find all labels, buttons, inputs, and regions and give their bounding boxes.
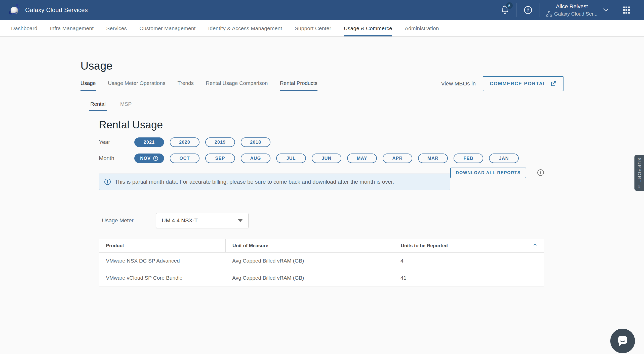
month-chip-sep[interactable]: SEP bbox=[205, 154, 235, 163]
cell-product: VMware vCloud SP Core Bundle bbox=[99, 275, 225, 281]
nav-tab-customer-management[interactable]: Customer Management bbox=[139, 20, 195, 36]
page-title: Usage bbox=[80, 60, 644, 72]
app-header: Galaxy Cloud Services 5 ? bbox=[0, 0, 644, 20]
table-row[interactable]: VMware NSX DC SP Advanced Avg Capped Bil… bbox=[99, 252, 544, 269]
external-link-icon bbox=[550, 81, 556, 87]
cell-product: VMware NSX DC SP Advanced bbox=[99, 258, 225, 264]
page-content: Usage Usage Usage Meter Operations Trend… bbox=[0, 60, 644, 286]
year-chip-2021[interactable]: 2021 bbox=[134, 137, 164, 147]
grid-apps-icon bbox=[622, 6, 630, 14]
download-info-icon[interactable] bbox=[537, 169, 544, 176]
main-nav: Dashboard Infra Management Services Cust… bbox=[0, 20, 644, 37]
view-mbos-label: View MBOs in bbox=[441, 80, 476, 87]
year-chip-2018[interactable]: 2018 bbox=[241, 137, 270, 147]
chevron-down-icon bbox=[603, 8, 609, 12]
download-all-reports-button[interactable]: DOWNLOAD ALL REPORTS bbox=[450, 168, 526, 178]
month-chip-may[interactable]: MAY bbox=[347, 154, 377, 163]
nav-tab-usage-commerce[interactable]: Usage & Commerce bbox=[344, 20, 392, 36]
notifications-button[interactable]: 5 bbox=[494, 5, 516, 15]
clock-icon bbox=[153, 156, 158, 161]
usage-subtabs: Usage Usage Meter Operations Trends Rent… bbox=[80, 80, 564, 91]
usage-meter-select[interactable]: UM 4.4 NSX-T bbox=[156, 213, 249, 228]
org-hierarchy-icon bbox=[546, 11, 552, 17]
month-chip-jan[interactable]: JAN bbox=[489, 154, 519, 163]
tab-rental[interactable]: Rental bbox=[89, 101, 107, 111]
month-label: Month bbox=[99, 155, 134, 162]
sort-ascending-icon bbox=[533, 243, 537, 248]
year-chip-2020[interactable]: 2020 bbox=[170, 137, 199, 147]
commerce-portal-label: COMMERCE PORTAL bbox=[490, 81, 546, 86]
month-chip-jul[interactable]: JUL bbox=[276, 154, 306, 163]
column-header-product[interactable]: Product bbox=[99, 239, 225, 252]
user-info: Alice Reivest Galaxy Cloud Ser... bbox=[546, 3, 597, 17]
table-row[interactable]: VMware vCloud SP Core Bundle Avg Capped … bbox=[99, 269, 544, 286]
subtab-rental-usage-comparison[interactable]: Rental Usage Comparison bbox=[206, 80, 268, 91]
column-header-units-label: Units to be Reported bbox=[401, 243, 448, 248]
month-chip-aug[interactable]: AUG bbox=[241, 154, 270, 163]
cell-units-to-be-reported: 41 bbox=[394, 275, 544, 281]
rental-msp-tabs: Rental MSP bbox=[89, 101, 544, 111]
subtab-usage[interactable]: Usage bbox=[80, 80, 96, 91]
nav-tab-services[interactable]: Services bbox=[106, 20, 127, 36]
notification-count-badge: 5 bbox=[506, 2, 513, 9]
year-chip-2019[interactable]: 2019 bbox=[205, 137, 235, 147]
chat-bubble-icon bbox=[616, 334, 630, 348]
dropdown-caret-icon bbox=[238, 219, 243, 222]
view-mbos-area: View MBOs in COMMERCE PORTAL bbox=[441, 76, 564, 91]
subtab-trends[interactable]: Trends bbox=[177, 80, 194, 91]
nav-tab-identity-access-management[interactable]: Identity & Access Management bbox=[208, 20, 282, 36]
month-filter-row: Month NOV OCT SEP AUG JUL JUN MAY APR MA… bbox=[99, 154, 644, 163]
svg-text:?: ? bbox=[527, 8, 529, 13]
rental-usage-table: Product Unit of Measure Units to be Repo… bbox=[99, 239, 544, 286]
user-menu[interactable]: Alice Reivest Galaxy Cloud Ser... bbox=[540, 3, 615, 17]
year-chips: 2021 2020 2019 2018 bbox=[134, 137, 270, 147]
tab-msp[interactable]: MSP bbox=[119, 101, 133, 111]
nav-tab-infra-management[interactable]: Infra Management bbox=[50, 20, 94, 36]
month-chip-nov-label: NOV bbox=[140, 156, 151, 161]
cell-unit-of-measure: Avg Capped Billed vRAM (GB) bbox=[225, 258, 394, 264]
commerce-portal-button[interactable]: COMMERCE PORTAL bbox=[483, 76, 564, 91]
chat-widget-button[interactable] bbox=[610, 329, 635, 353]
column-header-units-to-be-reported[interactable]: Units to be Reported bbox=[394, 239, 544, 252]
info-icon bbox=[104, 178, 111, 185]
help-icon: ? bbox=[524, 6, 533, 15]
usage-meter-label: Usage Meter bbox=[102, 217, 156, 224]
partial-month-banner: This is partial month data. For accurate… bbox=[99, 174, 450, 190]
month-chip-nov[interactable]: NOV bbox=[134, 154, 164, 163]
month-chip-jun[interactable]: JUN bbox=[312, 154, 341, 163]
month-chip-mar[interactable]: MAR bbox=[418, 154, 448, 163]
brand[interactable]: Galaxy Cloud Services bbox=[9, 4, 88, 17]
user-org-name: Galaxy Cloud Ser... bbox=[554, 11, 597, 17]
column-header-unit-of-measure[interactable]: Unit of Measure bbox=[225, 239, 394, 252]
year-filter-row: Year 2021 2020 2019 2018 bbox=[99, 137, 644, 147]
table-header: Product Unit of Measure Units to be Repo… bbox=[99, 239, 544, 252]
collapse-chevrons-icon: « bbox=[636, 185, 642, 188]
banner-section: This is partial month data. For accurate… bbox=[99, 174, 544, 190]
month-chip-feb[interactable]: FEB bbox=[454, 154, 483, 163]
cell-units-to-be-reported: 4 bbox=[394, 258, 544, 264]
month-chip-apr[interactable]: APR bbox=[383, 154, 412, 163]
app-switcher-button[interactable] bbox=[615, 6, 637, 14]
nav-tab-administration[interactable]: Administration bbox=[405, 20, 439, 36]
help-button[interactable]: ? bbox=[516, 6, 540, 15]
section-title: Rental Usage bbox=[99, 119, 644, 131]
year-label: Year bbox=[99, 139, 134, 145]
month-chips: NOV OCT SEP AUG JUL JUN MAY APR MAR FEB … bbox=[134, 154, 519, 163]
header-actions: 5 ? Alice Reivest bbox=[494, 3, 637, 17]
brand-title: Galaxy Cloud Services bbox=[25, 7, 88, 14]
support-tab-label: SUPPORT bbox=[637, 158, 642, 183]
usage-meter-value: UM 4.4 NSX-T bbox=[162, 217, 198, 224]
month-chip-oct[interactable]: OCT bbox=[170, 154, 199, 163]
nav-tab-dashboard[interactable]: Dashboard bbox=[11, 20, 37, 36]
usage-meter-row: Usage Meter UM 4.4 NSX-T bbox=[102, 213, 644, 228]
bell-icon: 5 bbox=[501, 5, 509, 15]
subtab-usage-meter-operations[interactable]: Usage Meter Operations bbox=[108, 80, 166, 91]
support-tab[interactable]: SUPPORT « bbox=[634, 155, 644, 191]
cell-unit-of-measure: Avg Capped Billed vRAM (GB) bbox=[225, 275, 394, 281]
brand-logo-icon bbox=[9, 4, 21, 17]
banner-text: This is partial month data. For accurate… bbox=[115, 179, 394, 185]
subtab-rental-products[interactable]: Rental Products bbox=[280, 80, 317, 91]
nav-tab-support-center[interactable]: Support Center bbox=[295, 20, 331, 36]
user-name: Alice Reivest bbox=[556, 3, 588, 10]
